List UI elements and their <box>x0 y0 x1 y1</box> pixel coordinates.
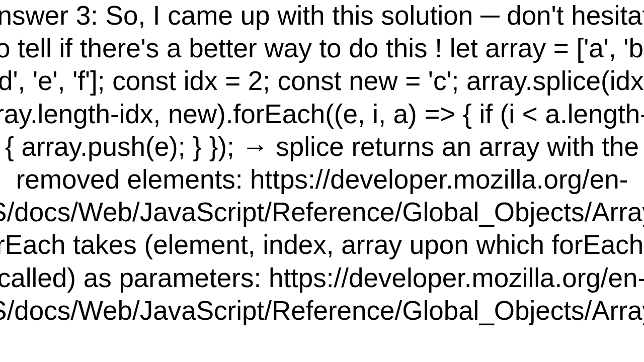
answer-text-block: Answer 3: So, I came up with this soluti… <box>0 0 644 327</box>
